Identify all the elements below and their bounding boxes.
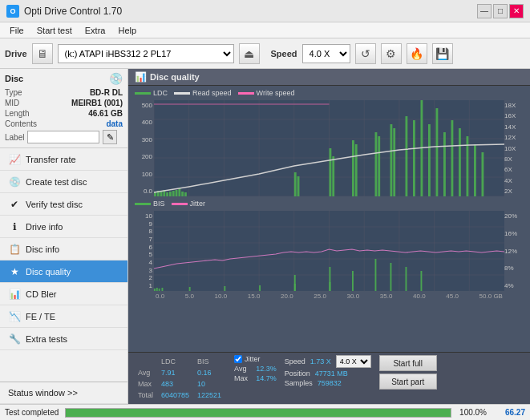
svg-rect-47 — [474, 144, 476, 196]
position-label: Position — [285, 370, 310, 378]
nav-cd-bler[interactable]: 📊 CD Bler — [0, 283, 127, 305]
main-layout: Disc 💿 Type BD-R DL MID MEIRB1 (001) Len… — [0, 69, 530, 404]
stats-col-ldc: LDC — [158, 357, 192, 366]
svg-rect-63 — [154, 289, 156, 291]
cd-bler-icon: 📊 — [8, 289, 21, 300]
nav-transfer-rate[interactable]: 📈 Transfer rate — [0, 148, 127, 171]
svg-rect-23 — [172, 191, 175, 196]
svg-rect-32 — [352, 140, 354, 196]
nav-fe-te[interactable]: 📉 FE / TE — [0, 305, 127, 328]
stats-avg-label2: Avg — [234, 365, 246, 373]
nav-disc-info[interactable]: 📋 Disc info — [0, 238, 127, 260]
svg-rect-69 — [259, 285, 261, 291]
chart-header: 📊 Disc quality — [128, 69, 530, 86]
stats-bar: LDC BIS Avg 7.91 0.16 Max 483 10 Total 6… — [128, 352, 530, 404]
menu-start-test[interactable]: Start test — [30, 24, 79, 37]
label-edit-button[interactable]: ✎ — [103, 130, 117, 144]
mid-label: MID — [5, 99, 19, 107]
start-full-button[interactable]: Start full — [379, 355, 437, 371]
drive-select[interactable]: (k:) ATAPI iHBS312 2 PL17 — [58, 44, 234, 63]
nav-disc-quality[interactable]: ★ Disc quality — [0, 260, 127, 283]
svg-rect-76 — [390, 263, 392, 291]
status-window[interactable]: Status window >> — [0, 382, 127, 404]
label-label: Label — [5, 133, 24, 142]
mid-value: MEIRB1 (001) — [71, 99, 123, 107]
minimize-button[interactable]: — — [477, 4, 492, 18]
chart-header-icon: 📊 — [135, 71, 147, 83]
legend-read-speed: Read speed — [174, 89, 232, 97]
svg-rect-65 — [159, 289, 160, 291]
extra-tests-icon: 🔧 — [8, 333, 21, 345]
drive-info-icon: ℹ — [8, 221, 21, 232]
disc-section-icon: 💿 — [109, 72, 123, 85]
toolbar: Drive 🖥 (k:) ATAPI iHBS312 2 PL17 ⏏ Spee… — [0, 38, 530, 69]
stats-table: LDC BIS Avg 7.91 0.16 Max 483 10 Total 6… — [133, 355, 226, 402]
svg-rect-33 — [355, 144, 358, 196]
drive-icon-btn[interactable]: 🖥 — [32, 43, 53, 64]
eject-button[interactable]: ⏏ — [239, 43, 260, 64]
label-input[interactable] — [27, 131, 99, 143]
svg-rect-28 — [294, 172, 297, 196]
menu-help[interactable]: Help — [111, 24, 143, 37]
top-chart-legend: LDC Read speed Write speed — [131, 87, 527, 99]
maximize-button[interactable]: □ — [493, 4, 508, 18]
x-axis-labels: 0.05.010.015.020.025.030.035.040.045.050… — [131, 293, 527, 300]
samples-value: 759832 — [318, 379, 342, 387]
svg-rect-41 — [428, 124, 431, 196]
start-buttons: Start full Start part — [379, 355, 437, 390]
settings-button[interactable]: ⚙ — [381, 43, 402, 64]
nav-verify-test-disc[interactable]: ✔ Verify test disc — [0, 193, 127, 216]
svg-rect-17 — [154, 192, 156, 196]
nav-create-test-disc-label: Create test disc — [26, 177, 87, 187]
close-button[interactable]: ✕ — [509, 4, 524, 18]
disc-section-title: Disc — [5, 74, 23, 83]
svg-rect-26 — [181, 192, 184, 196]
save-button[interactable]: 💾 — [432, 43, 453, 64]
burn-button[interactable]: 🔥 — [407, 43, 427, 64]
stats-total-label: Total — [135, 390, 156, 400]
titlebar: O Opti Drive Control 1.70 — □ ✕ — [0, 0, 530, 22]
nav-extra-tests-label: Extra tests — [26, 334, 67, 344]
svg-rect-67 — [189, 287, 191, 291]
nav-drive-info[interactable]: ℹ Drive info — [0, 216, 127, 238]
stats-avg-ldc: 7.91 — [158, 368, 192, 378]
svg-rect-27 — [184, 192, 187, 196]
svg-rect-64 — [156, 288, 158, 291]
svg-rect-30 — [330, 148, 332, 196]
refresh-button[interactable]: ↺ — [355, 43, 376, 64]
svg-rect-66 — [162, 288, 164, 291]
stats-jitter-max: 14.7% — [256, 374, 277, 382]
speed-select[interactable]: 4.0 X — [302, 44, 350, 63]
nav-create-test-disc[interactable]: 💿 Create test disc — [0, 171, 127, 193]
nav-fe-te-label: FE / TE — [26, 312, 55, 321]
legend-ldc: LDC — [135, 89, 168, 97]
transfer-rate-icon: 📈 — [8, 154, 21, 165]
legend-write-speed: Write speed — [238, 89, 295, 97]
nav-extra-tests[interactable]: 🔧 Extra tests — [0, 328, 127, 350]
top-y-labels-right: 18X16X14X12X10X8X6X4X2X — [504, 100, 527, 196]
samples-label: Samples — [285, 379, 313, 387]
create-test-disc-icon: 💿 — [8, 176, 21, 188]
jitter-label: Jitter — [245, 355, 261, 363]
top-chart-wrapper: 5004003002001000.0 — [131, 100, 527, 196]
svg-rect-37 — [393, 128, 395, 196]
svg-rect-72 — [294, 275, 296, 291]
svg-rect-73 — [330, 267, 331, 291]
stats-max-label: Max — [135, 379, 156, 389]
start-part-button[interactable]: Start part — [379, 374, 437, 390]
menu-file[interactable]: File — [3, 24, 30, 37]
menu-extra[interactable]: Extra — [79, 24, 112, 37]
svg-rect-77 — [406, 267, 407, 291]
nav-cd-bler-label: CD Bler — [26, 289, 57, 299]
progress-bar-container — [65, 408, 451, 418]
app-icon: O — [6, 5, 19, 18]
left-panel: Disc 💿 Type BD-R DL MID MEIRB1 (001) Len… — [0, 69, 128, 404]
jitter-stats: Jitter Avg 12.3% Max 14.7% — [234, 355, 277, 382]
speed-info-select[interactable]: 4.0 X — [336, 355, 371, 368]
bottom-chart-svg — [154, 211, 504, 291]
menubar: File Start test Extra Help — [0, 22, 530, 38]
stats-col-bis: BIS — [194, 357, 225, 366]
svg-rect-42 — [436, 108, 439, 196]
jitter-checkbox[interactable] — [234, 355, 242, 363]
speed-info-label: Speed — [285, 357, 305, 365]
